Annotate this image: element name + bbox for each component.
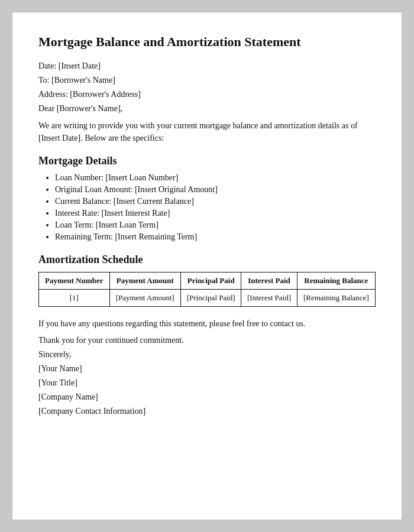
table-cell: [Remaining Balance]: [297, 289, 375, 306]
mortgage-details-list: Loan Number: [Insert Loan Number]Origina…: [38, 173, 376, 242]
table-cell: [Payment Amount]: [109, 289, 180, 306]
table-column-header: Interest Paid: [241, 272, 297, 289]
document-page: Mortgage Balance and Amortization Statem…: [12, 12, 402, 520]
list-item: Original Loan Amount: [Insert Original A…: [55, 185, 376, 194]
amortization-heading: Amortization Schedule: [38, 254, 376, 266]
company-contact-line: [Company Contact Information]: [38, 407, 376, 416]
table-cell: [1]: [39, 289, 110, 306]
table-cell: [Principal Paid]: [181, 289, 241, 306]
your-title-line: [Your Title]: [38, 378, 376, 388]
table-column-header: Payment Number: [39, 272, 110, 289]
list-item: Loan Number: [Insert Loan Number]: [55, 173, 376, 183]
address-line: Address: [Borrower's Address]: [38, 90, 376, 99]
company-name-line: [Company Name]: [38, 392, 376, 402]
date-line: Date: [Insert Date]: [38, 61, 376, 71]
list-item: Remaining Term: [Insert Remaining Term]: [55, 232, 376, 242]
table-column-header: Principal Paid: [181, 272, 241, 289]
table-body: [1][Payment Amount][Principal Paid][Inte…: [39, 289, 376, 306]
table-row: [1][Payment Amount][Principal Paid][Inte…: [39, 289, 376, 306]
intro-paragraph: We are writing to provide you with your …: [38, 119, 376, 144]
dear-line: Dear [Borrower's Name],: [38, 104, 376, 113]
table-header-row: Payment NumberPayment AmountPrincipal Pa…: [39, 272, 376, 289]
amortization-table: Payment NumberPayment AmountPrincipal Pa…: [38, 272, 376, 307]
to-line: To: [Borrower's Name]: [38, 76, 376, 85]
thank-you-line: Thank you for your continued commitment.: [38, 336, 376, 345]
mortgage-details-heading: Mortgage Details: [38, 155, 376, 167]
list-item: Current Balance: [Insert Current Balance…: [55, 197, 376, 206]
closing-paragraph: If you have any questions regarding this…: [38, 317, 376, 330]
table-column-header: Payment Amount: [109, 272, 180, 289]
your-name-line: [Your Name]: [38, 364, 376, 374]
table-cell: [Interest Paid]: [241, 289, 297, 306]
list-item: Loan Term: [Insert Loan Term]: [55, 220, 376, 230]
page-title: Mortgage Balance and Amortization Statem…: [38, 34, 376, 51]
sincerely-line: Sincerely,: [38, 350, 376, 359]
table-column-header: Remaining Balance: [297, 272, 375, 289]
list-item: Interest Rate: [Insert Interest Rate]: [55, 209, 376, 218]
